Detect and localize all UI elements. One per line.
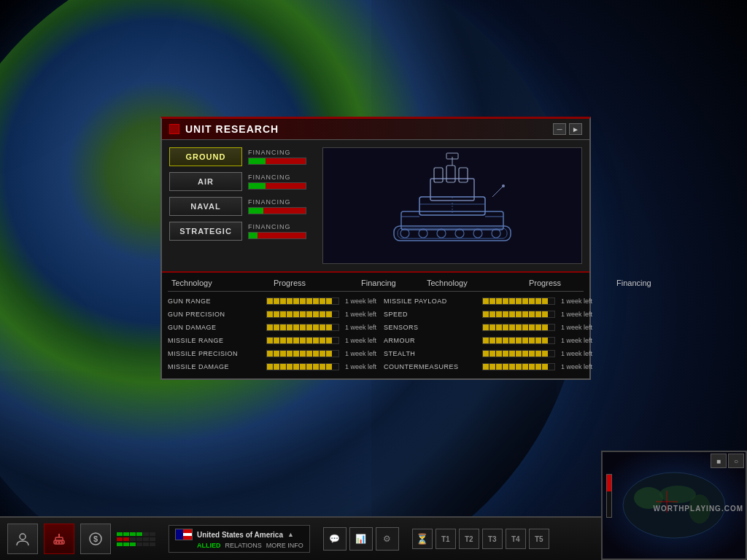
close-button[interactable]: ► [569, 123, 582, 135]
table-row: ARMOUR 1 week left [384, 335, 592, 346]
tier-t4-button[interactable]: T4 [506, 529, 526, 549]
missile-damage-time: 1 week left [345, 363, 376, 370]
missile-precision-time: 1 week left [345, 350, 376, 357]
category-buttons: GROUND FINANCING AIR FINANCING [169, 147, 315, 264]
more-info-button[interactable]: MORE INFO [266, 542, 303, 549]
settings-button[interactable]: ⚙ [376, 527, 399, 551]
th-progress-2: Progress [529, 279, 616, 287]
gun-damage-progress-bar [266, 324, 339, 331]
tech-name-missile-payload: MISSILE PAYLOAD [384, 298, 479, 305]
missile-payload-time: 1 week left [561, 298, 592, 305]
tier-t1-button[interactable]: T1 [436, 529, 456, 549]
military-button[interactable] [44, 524, 74, 554]
diplomacy-icon [15, 531, 31, 547]
svg-point-28 [61, 542, 63, 544]
air-button[interactable]: AIR [169, 172, 242, 191]
table-row: GUN PRECISION 1 week left [168, 308, 376, 320]
country-name: United States of America [197, 531, 283, 539]
panel-title-left: UNIT RESEARCH [169, 123, 279, 135]
svg-rect-24 [55, 537, 63, 541]
right-tech-column: MISSILE PAYLOAD 1 week left SPEED 1 week… [384, 295, 592, 373]
economy-button[interactable]: $ [80, 524, 111, 554]
minimize-button[interactable]: ─ [553, 123, 566, 135]
naval-financing-bar [248, 207, 306, 214]
tier-t3-button[interactable]: T3 [482, 529, 503, 549]
dollar-icon: $ [88, 531, 104, 547]
status-seg [136, 532, 142, 536]
left-tech-column: GUN RANGE 1 week left GUN PRECISION 1 we… [168, 295, 376, 373]
financing-label-naval: FINANCING [248, 198, 306, 206]
minimap-controls: ■ ○ [711, 454, 744, 468]
tech-name-missile-range: MISSILE RANGE [168, 337, 263, 344]
country-arrow[interactable]: ▲ [287, 531, 294, 538]
country-info: United States of America ▲ ALLIED RELATI… [169, 525, 310, 553]
minimap-indicator-fill [607, 475, 611, 491]
th-progress: Progress [274, 279, 361, 287]
status-seg-empty [130, 537, 136, 541]
status-seg [123, 532, 129, 536]
tech-name-sensors: SENSORS [384, 324, 479, 331]
table-row: STEALTH 1 week left [384, 348, 592, 359]
svg-point-4 [437, 229, 446, 238]
tank-icon [51, 531, 67, 547]
speed-time: 1 week left [561, 311, 592, 318]
svg-point-26 [55, 542, 58, 544]
naval-row: NAVAL FINANCING [169, 197, 315, 216]
research-table-section: Technology Progress Financing Technology… [162, 271, 589, 378]
minimap-btn-2[interactable]: ○ [728, 454, 744, 468]
table-row: GUN DAMAGE 1 week left [168, 322, 376, 333]
panel-title-bar: UNIT RESEARCH ─ ► [162, 119, 589, 140]
th-technology-2: Technology [427, 279, 529, 287]
relations-button[interactable]: RELATIONS [225, 542, 262, 549]
sensors-time: 1 week left [561, 324, 592, 331]
ground-button[interactable]: GROUND [169, 147, 242, 166]
diplomacy-button[interactable] [7, 524, 38, 554]
status-bar-row-1 [117, 532, 155, 536]
status-seg-empty [150, 542, 155, 546]
table-header: Technology Progress Financing Technology… [168, 279, 584, 292]
svg-point-27 [58, 542, 61, 544]
naval-financing: FINANCING [248, 198, 306, 214]
svg-rect-12 [446, 166, 455, 182]
status-seg [117, 532, 123, 536]
missile-payload-progress-bar [482, 298, 555, 305]
missile-range-time: 1 week left [345, 337, 376, 344]
table-row: SPEED 1 week left [384, 308, 592, 320]
stats-button[interactable]: 📊 [349, 527, 373, 551]
speed-progress-bar [482, 311, 555, 318]
hourglass-button[interactable]: ⏳ [412, 529, 433, 549]
armour-time: 1 week left [561, 337, 592, 344]
tier-t2-button[interactable]: T2 [459, 529, 479, 549]
svg-point-6 [473, 229, 482, 238]
table-row: COUNTERMEASURES 1 week left [384, 361, 592, 373]
table-row: MISSILE PAYLOAD 1 week left [384, 295, 592, 307]
status-seg-empty [136, 537, 142, 541]
status-bars [117, 532, 155, 546]
strategic-fin-red [258, 233, 306, 238]
status-seg-empty [143, 537, 149, 541]
unit-research-panel: UNIT RESEARCH ─ ► GROUND FINANCING [160, 117, 591, 380]
status-seg [117, 542, 123, 546]
tech-name-armour: ARMOUR [384, 337, 479, 344]
status-seg-empty [143, 532, 149, 536]
table-body: GUN RANGE 1 week left GUN PRECISION 1 we… [168, 295, 584, 373]
chat-button[interactable]: 💬 [323, 527, 347, 551]
unit-preview [322, 147, 582, 264]
status-seg [130, 542, 136, 546]
minimap-indicator [606, 474, 612, 518]
table-row: MISSILE PRECISION 1 week left [168, 348, 376, 359]
tech-name-countermeasures: COUNTERMEASURES [384, 363, 479, 370]
status-seg-red [123, 537, 129, 541]
th-financing: Financing [361, 279, 427, 287]
minimap-btn-1[interactable]: ■ [711, 454, 727, 468]
naval-button[interactable]: NAVAL [169, 197, 242, 216]
status-seg-empty [136, 542, 142, 546]
strategic-row: STRATEGIC FINANCING [169, 222, 315, 241]
svg-point-19 [502, 184, 505, 187]
svg-point-2 [400, 229, 409, 238]
strategic-button[interactable]: STRATEGIC [169, 222, 242, 241]
air-financing: FINANCING [248, 174, 306, 190]
table-row: SENSORS 1 week left [384, 322, 592, 333]
tier-t5-button[interactable]: T5 [529, 529, 549, 549]
tech-name-speed: SPEED [384, 311, 479, 318]
